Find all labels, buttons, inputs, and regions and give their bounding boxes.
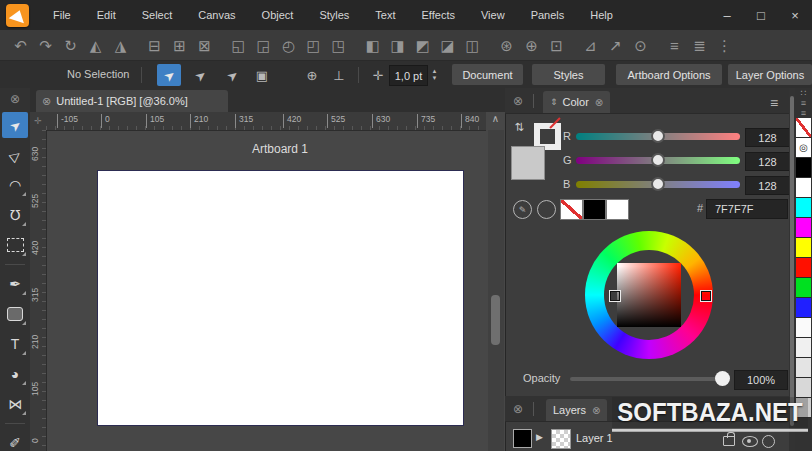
artboard-title[interactable]: Artboard 1 xyxy=(230,142,330,156)
edit-in-photo-icon[interactable]: ⊿ xyxy=(578,38,603,53)
boolean-intersect-icon[interactable]: ◴ xyxy=(276,38,301,53)
select-tool-button[interactable]: ➤ xyxy=(157,64,181,86)
layer-expand-icon[interactable]: ▶ xyxy=(536,432,543,442)
menu-effects[interactable]: Effects xyxy=(409,0,468,30)
move-to-back-icon[interactable]: ≣ xyxy=(687,38,712,53)
opacity-value-field[interactable]: 100% xyxy=(734,370,788,390)
blue-value-field[interactable]: 128 xyxy=(745,176,790,195)
hue-marker[interactable] xyxy=(701,291,711,301)
boolean-add-icon[interactable]: ◱ xyxy=(226,38,251,53)
layer-color-swatch[interactable] xyxy=(513,429,532,448)
none-color-swatch[interactable] xyxy=(560,199,583,220)
redo-icon[interactable]: ↷ xyxy=(33,38,58,53)
dock-swatch[interactable] xyxy=(796,318,811,338)
saturation-marker[interactable] xyxy=(610,291,620,301)
menu-view[interactable]: View xyxy=(468,0,518,30)
dock-swatch[interactable] xyxy=(796,338,811,358)
dock-swatch[interactable] xyxy=(796,358,811,378)
color-tab-close-icon[interactable]: ⊗ xyxy=(595,97,603,108)
undo-icon[interactable]: ↶ xyxy=(8,38,33,53)
tab-layers[interactable]: Layers ⊗ xyxy=(546,399,607,421)
canvas-scrollbar-track[interactable] xyxy=(488,130,504,451)
merge-curves-icon[interactable]: ◧ xyxy=(360,38,385,53)
alternate-fill-icon[interactable]: ◩ xyxy=(410,38,435,53)
menu-text[interactable]: Text xyxy=(362,0,408,30)
close-icon[interactable]: × xyxy=(778,0,812,30)
outline-view-icon[interactable]: ⊙ xyxy=(628,38,653,53)
minimize-icon[interactable]: – xyxy=(710,0,744,30)
swatch-list-icon[interactable]: ≡ xyxy=(801,98,806,108)
dock-swatch[interactable] xyxy=(796,258,811,278)
marquee-select-button[interactable]: ➤ xyxy=(188,64,212,86)
dock-swatch[interactable] xyxy=(796,218,811,238)
dock-swatch[interactable] xyxy=(796,278,811,298)
join-curves-icon[interactable]: ◨ xyxy=(385,38,410,53)
snap-target-button[interactable]: ⊕ xyxy=(300,64,324,86)
opacity-slider[interactable] xyxy=(570,377,728,381)
contour-tool[interactable]: ◠ xyxy=(2,172,28,198)
layers-panel-close-icon[interactable]: ⊗ xyxy=(513,402,523,416)
move-to-front-icon[interactable]: ≡ xyxy=(662,38,687,53)
snapping-icon[interactable]: ⊕ xyxy=(519,38,544,53)
panel-menu-icon[interactable]: ≡ xyxy=(770,95,778,111)
blue-slider[interactable] xyxy=(576,181,740,188)
scroll-up-icon[interactable]: ∧ xyxy=(487,113,504,128)
insert-behind-icon[interactable]: ⊟ xyxy=(142,38,167,53)
dock-swatch[interactable] xyxy=(796,298,811,318)
export-icon[interactable]: ↗ xyxy=(603,38,628,53)
toolbar-more-icon[interactable]: ⋮ xyxy=(712,38,737,53)
green-slider-thumb[interactable] xyxy=(651,153,665,167)
menu-help[interactable]: Help xyxy=(577,0,626,30)
fill-swatch[interactable] xyxy=(511,146,545,180)
shape-tool[interactable] xyxy=(2,301,28,327)
text-tool[interactable]: T xyxy=(2,331,28,357)
menu-select[interactable]: Select xyxy=(129,0,186,30)
reverse-curves-icon[interactable]: ◪ xyxy=(435,38,460,53)
layer-visibility-icon[interactable] xyxy=(742,436,758,447)
fill-tool[interactable]: ◕ xyxy=(2,361,28,387)
canvas-scrollbar-thumb[interactable] xyxy=(491,295,500,345)
artboard-select-button[interactable]: ▣ xyxy=(250,64,274,86)
hex-input[interactable]: 7F7F7F xyxy=(706,199,788,219)
green-value-field[interactable]: 128 xyxy=(745,152,790,171)
flip-horizontal-icon[interactable]: ◭ xyxy=(83,38,108,53)
swap-fill-stroke-icon[interactable]: ⇄ xyxy=(513,122,526,131)
boolean-combine-icon[interactable]: ◳ xyxy=(326,38,351,53)
pen-tool[interactable]: ✒ xyxy=(2,271,28,297)
swatch-list2-icon[interactable]: ≡ xyxy=(801,108,806,118)
menu-edit[interactable]: Edit xyxy=(84,0,129,30)
tab-color[interactable]: ⇕ Color ⊗ xyxy=(543,91,610,113)
dock-swatch[interactable] xyxy=(796,178,811,198)
snapping-options-icon[interactable]: ⊡ xyxy=(544,38,569,53)
node-tool[interactable]: ▷ xyxy=(2,142,28,168)
layer-name[interactable]: Layer 1 xyxy=(576,432,613,444)
white-color-swatch[interactable] xyxy=(606,199,629,220)
dock-swatch[interactable]: ◎ xyxy=(796,138,811,158)
saturation-square[interactable] xyxy=(617,263,681,327)
styles-button[interactable]: Styles xyxy=(532,64,605,85)
insert-on-top-icon[interactable]: ⊠ xyxy=(192,38,217,53)
stroke-width-input[interactable]: 1,0 pt xyxy=(389,65,428,86)
vector-brush-tool[interactable]: ✐ xyxy=(2,430,28,451)
layer-edit-all-icon[interactable] xyxy=(762,435,775,448)
stroke-width-stepper[interactable]: ▲▼ xyxy=(428,65,441,84)
menu-file[interactable]: File xyxy=(40,0,84,30)
boolean-divide-icon[interactable]: ◰ xyxy=(301,38,326,53)
artboard-options-button[interactable]: Artboard Options xyxy=(616,64,722,85)
tools-panel-close-icon[interactable]: ⊗ xyxy=(10,92,20,106)
panel-close-icon[interactable]: ⊗ xyxy=(513,94,523,108)
marquee-selection-tool[interactable] xyxy=(2,232,28,258)
layer-lock-icon[interactable] xyxy=(723,436,735,446)
insert-inside-icon[interactable]: ⊞ xyxy=(167,38,192,53)
layer-options-button[interactable]: Layer Options xyxy=(728,64,812,85)
empty-picker-icon[interactable] xyxy=(537,200,556,219)
red-slider[interactable] xyxy=(576,133,740,140)
black-color-swatch[interactable] xyxy=(583,199,606,220)
document-tab[interactable]: ⊗ Untitled-1 [RGB] [@36.0%] xyxy=(36,90,228,112)
opacity-slider-thumb[interactable] xyxy=(715,371,730,386)
transform-origin-button[interactable]: ⊥ xyxy=(327,64,351,86)
corner-tool[interactable]: ℧ xyxy=(2,202,28,228)
transparency-tool[interactable]: ⋈ xyxy=(2,391,28,417)
boolean-subtract-icon[interactable]: ◲ xyxy=(251,38,276,53)
menu-panels[interactable]: Panels xyxy=(518,0,578,30)
